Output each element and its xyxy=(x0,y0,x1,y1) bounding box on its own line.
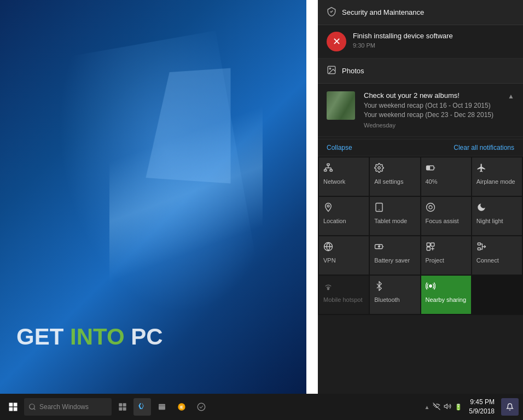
svg-rect-2 xyxy=(327,164,330,165)
network-icon xyxy=(323,163,333,175)
qa-vpn[interactable]: VPN xyxy=(319,236,369,275)
qa-battery-saver[interactable]: Battery saver xyxy=(370,236,420,275)
qa-focus-assist[interactable]: Focus assist xyxy=(421,197,471,235)
night-icon xyxy=(476,202,486,214)
start-button[interactable] xyxy=(4,398,22,416)
airplane-icon xyxy=(476,163,486,175)
svg-point-41 xyxy=(160,405,160,405)
qa-battery-40[interactable]: 40% xyxy=(421,158,471,196)
svg-rect-20 xyxy=(431,243,434,246)
notification-text: Finish installing device software 9:30 P… xyxy=(353,32,514,49)
qa-all-settings-label: All settings xyxy=(374,178,403,185)
photos-notification-time: Wednesday xyxy=(364,122,501,129)
svg-rect-38 xyxy=(123,407,126,411)
action-center-button[interactable] xyxy=(501,398,519,416)
action-center-panel: Security and Maintenance ✕ Finish instal… xyxy=(318,0,523,394)
svg-point-28 xyxy=(429,284,432,287)
photos-notification-body1: Your weekend recap (Oct 16 - Oct 19 2015… xyxy=(364,101,501,110)
volume-tray-icon[interactable] xyxy=(444,402,451,412)
svg-rect-35 xyxy=(119,403,122,406)
collapse-button[interactable]: Collapse xyxy=(327,144,352,151)
system-tray: ▲ 🔋 xyxy=(424,402,462,412)
taskbar-left: Search Windows xyxy=(0,398,214,416)
nearby-icon xyxy=(426,281,435,293)
bluetooth-icon xyxy=(374,281,384,293)
svg-rect-19 xyxy=(427,243,430,246)
qa-airplane-mode[interactable]: Airplane mode xyxy=(472,158,522,196)
qa-hotspot-label: Mobile hotspot xyxy=(323,296,363,304)
qa-location[interactable]: Location xyxy=(319,197,369,235)
svg-rect-32 xyxy=(14,407,18,411)
qa-airplane-label: Airplane mode xyxy=(476,178,515,185)
taskbar-app-3[interactable]: IE xyxy=(173,398,190,416)
svg-point-1 xyxy=(329,68,330,69)
chevron-up-icon: ▲ xyxy=(508,92,514,100)
photos-notification[interactable]: Check out your 2 new albums! Your weeken… xyxy=(318,84,523,137)
image-icon xyxy=(327,65,336,77)
qa-tablet-label: Tablet mode xyxy=(374,218,407,225)
task-view-button[interactable] xyxy=(114,398,131,416)
hotspot-icon xyxy=(323,281,333,293)
shield-icon xyxy=(327,7,336,18)
taskbar-app-2[interactable] xyxy=(153,398,171,416)
svg-point-9 xyxy=(378,166,381,169)
windows-logo xyxy=(109,71,241,262)
svg-line-34 xyxy=(34,409,36,410)
photo-thumbnail xyxy=(327,91,355,120)
error-icon: ✕ xyxy=(327,32,346,51)
battery-icon xyxy=(426,163,435,175)
svg-rect-30 xyxy=(14,403,18,407)
security-section-header: Security and Maintenance xyxy=(318,0,523,25)
svg-point-33 xyxy=(30,404,34,409)
svg-rect-24 xyxy=(478,243,480,245)
svg-rect-36 xyxy=(123,403,126,406)
tray-expand[interactable]: ▲ xyxy=(424,404,429,410)
location-icon xyxy=(323,202,333,214)
network-tray-icon[interactable] xyxy=(433,402,440,412)
qa-project-label: Project xyxy=(426,257,444,264)
device-software-notification[interactable]: ✕ Finish installing device software 9:30… xyxy=(318,25,523,59)
battery-tray-icon[interactable]: 🔋 xyxy=(455,404,462,411)
qa-connect-label: Connect xyxy=(476,257,499,264)
photos-notification-body2: Your weekend recap (Dec 23 - Dec 28 2015… xyxy=(364,110,501,120)
svg-rect-3 xyxy=(324,170,327,171)
notification-time: 9:30 PM xyxy=(353,42,514,49)
photos-notification-text: Check out your 2 new albums! Your weeken… xyxy=(364,91,501,129)
svg-rect-29 xyxy=(9,403,13,407)
quick-actions-grid: Network All settings 40% xyxy=(318,156,523,315)
qa-nearby-sharing[interactable]: Nearby sharing xyxy=(421,276,471,314)
qa-project[interactable]: Project xyxy=(421,236,471,275)
svg-rect-21 xyxy=(427,247,430,250)
qa-focus-label: Focus assist xyxy=(426,218,459,225)
action-bar: Collapse Clear all notifications xyxy=(318,139,523,156)
svg-rect-4 xyxy=(330,170,333,171)
qa-bluetooth-label: Bluetooth xyxy=(374,296,399,304)
qa-network[interactable]: Network xyxy=(319,158,369,196)
photos-section-title: Photos xyxy=(342,67,364,75)
search-button[interactable]: Search Windows xyxy=(24,398,112,416)
taskbar-app-4[interactable] xyxy=(193,398,210,416)
svg-point-13 xyxy=(327,205,329,207)
qa-night-light[interactable]: Night light xyxy=(472,197,522,235)
clear-all-button[interactable]: Clear all notifications xyxy=(454,144,514,151)
notification-title: Finish installing device software xyxy=(353,32,514,40)
qa-bluetooth[interactable]: Bluetooth xyxy=(370,276,420,314)
settings-icon xyxy=(374,163,384,175)
qa-connect[interactable]: Connect xyxy=(472,236,522,275)
svg-text:IE: IE xyxy=(180,405,184,409)
clock-time: 9:45 PM xyxy=(469,398,495,407)
svg-rect-37 xyxy=(119,407,122,411)
qa-battery-saver-label: Battery saver xyxy=(374,257,410,264)
taskbar-right: ▲ 🔋 9:45 PM 5/9/2018 xyxy=(424,398,523,416)
watermark-text: GET INTO PC xyxy=(16,324,163,350)
taskbar-app-1[interactable] xyxy=(133,398,151,416)
qa-night-label: Night light xyxy=(476,218,503,225)
qa-tablet-mode[interactable]: Tablet mode xyxy=(370,197,420,235)
svg-point-42 xyxy=(161,405,162,405)
project-icon xyxy=(426,242,435,254)
qa-location-label: Location xyxy=(323,218,346,225)
taskbar-clock[interactable]: 9:45 PM 5/9/2018 xyxy=(464,398,499,416)
qa-mobile-hotspot[interactable]: Mobile hotspot xyxy=(319,276,369,314)
qa-all-settings[interactable]: All settings xyxy=(370,158,420,196)
qa-nearby-label: Nearby sharing xyxy=(426,296,467,304)
